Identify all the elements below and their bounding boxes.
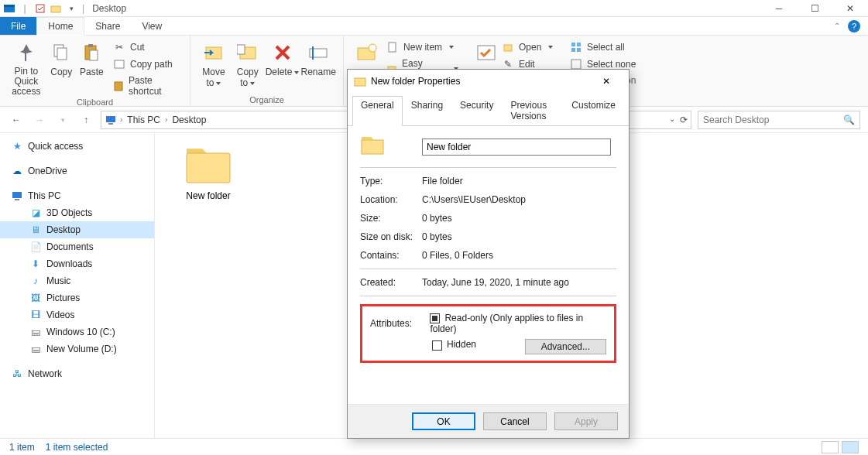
sidebar-label: This PC	[28, 190, 61, 201]
folder-name-input[interactable]	[422, 139, 611, 156]
readonly-label: Read-only (Only applies to files in fold…	[430, 313, 583, 334]
svg-rect-7	[88, 44, 93, 47]
paste-shortcut-button[interactable]: Paste shortcut	[110, 74, 184, 98]
crumb-desktop[interactable]: Desktop	[170, 115, 208, 125]
search-box[interactable]: Search Desktop 🔍	[698, 111, 860, 129]
sidebar-label: Downloads	[46, 258, 92, 269]
cube-icon: ◪	[29, 207, 42, 219]
dialog-tabs: General Sharing Security Previous Versio…	[348, 96, 629, 126]
svg-rect-26	[571, 60, 581, 69]
svg-rect-5	[57, 48, 67, 60]
select-all-button[interactable]: Select all	[567, 40, 639, 54]
cancel-button[interactable]: Cancel	[483, 412, 547, 430]
svg-rect-29	[12, 192, 22, 198]
nav-up-button[interactable]: ↑	[77, 111, 94, 128]
close-button[interactable]: ✕	[832, 0, 868, 17]
svg-rect-30	[15, 199, 19, 200]
sidebar-pictures[interactable]: 🖼Pictures	[0, 289, 154, 306]
size-on-disk-label: Size on disk:	[360, 231, 422, 242]
properties-qat-icon[interactable]	[34, 2, 46, 15]
tab-view[interactable]: View	[131, 17, 173, 35]
tab-file[interactable]: File	[0, 17, 36, 35]
ok-button[interactable]: OK	[412, 412, 475, 430]
pin-icon	[14, 40, 39, 65]
delete-x-icon	[270, 40, 295, 65]
svg-rect-25	[577, 48, 581, 52]
minimize-button[interactable]: ─	[761, 0, 797, 17]
sidebar-documents[interactable]: 📄Documents	[0, 238, 154, 255]
maximize-button[interactable]: ☐	[797, 0, 832, 17]
copy-icon	[49, 40, 74, 65]
tab-home[interactable]: Home	[36, 17, 84, 36]
svg-rect-33	[362, 140, 383, 154]
qat-dropdown-icon[interactable]: ▾	[65, 2, 77, 15]
addr-dropdown-icon[interactable]: ⌄	[669, 115, 675, 125]
new-item-button[interactable]: New item	[383, 40, 461, 54]
crumb-sep-icon[interactable]: ›	[165, 115, 167, 124]
icons-view-button[interactable]	[842, 441, 859, 453]
copy-path-button[interactable]: Copy path	[110, 57, 184, 71]
sidebar-label: 3D Objects	[46, 207, 92, 218]
delete-button[interactable]: Delete	[265, 39, 300, 77]
svg-rect-18	[389, 43, 396, 52]
hidden-checkbox[interactable]	[432, 340, 442, 351]
sidebar-d-drive[interactable]: 🖴New Volume (D:)	[0, 340, 154, 358]
new-folder-button[interactable]	[350, 39, 383, 65]
svg-rect-2	[36, 5, 44, 12]
attributes-label: Attributes:	[370, 318, 430, 329]
sidebar-label: Desktop	[46, 224, 81, 235]
nav-recent-dropdown[interactable]: ▾	[54, 111, 71, 128]
sidebar-quick-access[interactable]: ★Quick access	[0, 138, 154, 155]
folder-item[interactable]: New folder	[166, 144, 251, 201]
svg-rect-22	[571, 43, 575, 46]
tab-general[interactable]: General	[352, 96, 403, 126]
created-label: Created:	[360, 277, 422, 288]
sidebar-downloads[interactable]: ⬇Downloads	[0, 255, 154, 272]
tab-sharing[interactable]: Sharing	[403, 96, 451, 125]
sidebar-network[interactable]: 🖧Network	[0, 365, 154, 382]
sidebar-this-pc[interactable]: This PC	[0, 187, 154, 204]
ribbon-collapse-icon[interactable]: ⌃	[834, 22, 840, 30]
open-button[interactable]: Open	[499, 40, 556, 54]
details-view-button[interactable]	[822, 441, 839, 453]
tab-security[interactable]: Security	[451, 96, 502, 125]
advanced-button[interactable]: Advanced...	[525, 339, 606, 354]
sidebar-label: Pictures	[46, 292, 80, 303]
sidebar-videos[interactable]: 🎞Videos	[0, 306, 154, 323]
sidebar-desktop[interactable]: 🖥Desktop	[0, 221, 154, 238]
readonly-checkbox[interactable]	[430, 313, 440, 323]
nav-back-button[interactable]: ←	[8, 111, 25, 128]
tab-share[interactable]: Share	[84, 17, 131, 35]
svg-rect-21	[504, 45, 512, 51]
sidebar-3d-objects[interactable]: ◪3D Objects	[0, 204, 154, 221]
move-to-button[interactable]: Move to	[197, 39, 231, 88]
properties-button[interactable]	[474, 39, 499, 65]
svg-rect-28	[108, 123, 113, 125]
rename-button[interactable]: Rename	[300, 39, 337, 77]
type-value: File folder	[422, 176, 463, 186]
dialog-close-button[interactable]: ✕	[590, 76, 623, 87]
tab-customize[interactable]: Customize	[563, 96, 624, 125]
copy-to-button[interactable]: Copy to	[231, 39, 265, 88]
sidebar-c-drive[interactable]: 🖴Windows 10 (C:)	[0, 323, 154, 340]
tab-previous-versions[interactable]: Previous Versions	[502, 96, 563, 125]
pin-to-quick-access-button[interactable]: Pin to Quick access	[6, 39, 46, 98]
dialog-title-bar[interactable]: New folder Properties ✕	[348, 70, 629, 93]
paste-button[interactable]: Paste	[77, 39, 107, 77]
sidebar-label: Music	[46, 275, 70, 286]
cut-button[interactable]: ✂Cut	[110, 40, 184, 54]
qat-folder-icon[interactable]	[50, 2, 62, 15]
copy-button[interactable]: Copy	[46, 39, 77, 77]
help-icon[interactable]: ?	[848, 20, 860, 32]
pc-icon	[105, 114, 117, 126]
crumb-this-pc[interactable]: This PC	[125, 115, 162, 125]
refresh-icon[interactable]: ⟳	[680, 115, 688, 125]
sidebar-onedrive[interactable]: ☁OneDrive	[0, 162, 154, 180]
sidebar-music[interactable]: ♪Music	[0, 272, 154, 289]
apply-button[interactable]: Apply	[554, 412, 618, 430]
move-to-icon	[201, 40, 226, 65]
pictures-icon: 🖼	[29, 292, 42, 304]
nav-forward-button[interactable]: →	[31, 111, 48, 128]
crumb-sep-icon[interactable]: ›	[120, 115, 122, 124]
rename-icon	[306, 40, 331, 65]
